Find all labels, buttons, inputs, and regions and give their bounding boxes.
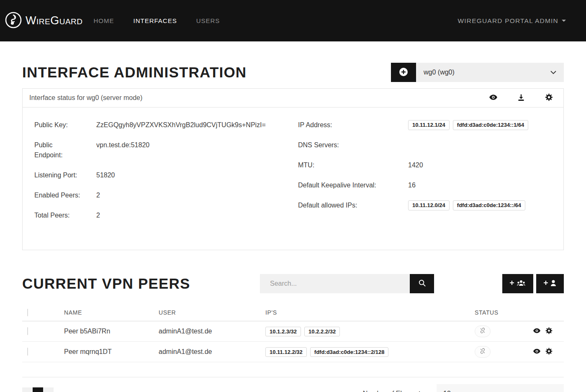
- gear-icon: [545, 327, 553, 336]
- field-label: IP Address:: [298, 120, 408, 130]
- caret-down-icon: [562, 20, 566, 22]
- row-checkbox[interactable]: [27, 348, 28, 356]
- download-icon: [517, 93, 525, 103]
- field-value: vpn.test.de:51820: [96, 140, 149, 160]
- ip-badge: 10.11.12.1/24: [408, 120, 450, 130]
- ip-badge: 10.2.2.2/32: [304, 327, 340, 336]
- peer-user: adminA1@test.de: [159, 348, 265, 356]
- page-size-control: Number of Elements: 10: [363, 384, 564, 392]
- link-slash-icon: [479, 327, 486, 336]
- chevron-down-icon: [551, 390, 557, 392]
- peer-name: Peer b5ABi7Rn: [64, 328, 159, 335]
- field-label: DNS Servers:: [298, 140, 408, 150]
- field-mtu: MTU: 1420: [298, 160, 552, 170]
- peer-settings-button[interactable]: [545, 327, 553, 336]
- interface-status-card: Interface status for wg0 (server mode): [22, 88, 564, 250]
- user-menu-label: WIREGUARD PORTAL ADMIN: [457, 17, 558, 25]
- ip-badge: 10.11.12.2/32: [265, 347, 307, 357]
- card-header: Interface status for wg0 (server mode): [23, 89, 563, 108]
- field-label: Total Peers:: [34, 210, 80, 220]
- interface-select-value: wg0 (wg0): [424, 69, 455, 76]
- view-config-button[interactable]: [489, 93, 498, 103]
- gear-icon: [545, 347, 553, 356]
- field-public-endpoint: Public Endpoint: vpn.test.de:51820: [34, 140, 288, 160]
- field-value: 2: [96, 210, 100, 220]
- column-header-ips: IP'S: [265, 309, 475, 316]
- search-icon: [418, 279, 426, 288]
- main-nav: HOME INTERFACES USERS: [94, 17, 220, 24]
- page-size-value: 10: [443, 390, 451, 392]
- page-header: INTERFACE ADMINISTRATION wg0 (wg0): [22, 63, 564, 82]
- peer-ips: 10.11.12.2/32 fdfd:d3ad:c0de:1234::2/128: [265, 347, 475, 357]
- plus-circle-icon: [398, 67, 409, 78]
- field-keepalive: Default Keepalive Interval: 16: [298, 180, 552, 190]
- pagination-prev-button[interactable]: «: [22, 387, 33, 392]
- peer-ips: 10.1.2.3/32 10.2.2.2/32: [265, 327, 475, 336]
- table-row: Peer b5ABi7Rn adminA1@test.de 10.1.2.3/3…: [22, 321, 564, 342]
- field-value: 2: [96, 190, 100, 200]
- pagination-page-1-button[interactable]: 1: [33, 387, 43, 392]
- divider: [22, 377, 564, 377]
- page-title: INTERFACE ADMINISTRATION: [22, 64, 247, 81]
- ip-badge: fdfd:d3ad:c0de:1234::1/64: [453, 120, 528, 130]
- brand-name: WireGuard: [26, 14, 83, 27]
- row-checkbox[interactable]: [27, 327, 28, 335]
- nav-item-interfaces[interactable]: INTERFACES: [134, 17, 177, 24]
- nav-item-users[interactable]: USERS: [196, 17, 220, 24]
- view-peer-button[interactable]: [533, 347, 541, 356]
- field-value: ZzEGQgyh8yVPZXVKSXhVrgB2lud9CVjTUGk9s+NP…: [96, 120, 266, 130]
- field-value: 1420: [408, 160, 423, 170]
- brand-logo[interactable]: WireGuard: [5, 12, 83, 30]
- download-config-button[interactable]: [517, 93, 525, 103]
- row-actions: [525, 347, 564, 356]
- peers-header: CURRENT VPN PEERS: [22, 274, 564, 293]
- user-menu-dropdown[interactable]: WIREGUARD PORTAL ADMIN: [457, 17, 566, 25]
- wireguard-dragon-icon: [5, 12, 22, 30]
- field-enabled-peers: Enabled Peers: 2: [34, 190, 288, 200]
- footer-row: « 1 » Number of Elements: 10: [22, 384, 564, 392]
- ip-badge: fdfd:d3ad:c0de:1234::/64: [453, 200, 525, 210]
- status-left-column: Public Key: ZzEGQgyh8yVPZXVKSXhVrgB2lud9…: [34, 120, 288, 231]
- add-interface-button[interactable]: [391, 63, 416, 82]
- eye-icon: [489, 93, 498, 103]
- ip-badge: 10.11.12.0/24: [408, 200, 450, 210]
- link-slash-icon: [479, 348, 486, 356]
- status-right-column: IP Address: 10.11.12.1/24 fdfd:d3ad:c0de…: [298, 120, 552, 231]
- ip-badge: 10.1.2.3/32: [265, 327, 301, 336]
- peer-user: adminA1@test.de: [159, 328, 265, 335]
- eye-icon: [533, 327, 541, 336]
- top-navbar: WireGuard HOME INTERFACES USERS WIREGUAR…: [0, 0, 586, 41]
- field-label: MTU:: [298, 160, 408, 170]
- page-size-label: Number of Elements:: [363, 390, 426, 392]
- search-button[interactable]: [410, 274, 434, 293]
- user-group-plus-icon: [509, 279, 527, 289]
- table-row: Peer mqrnq1DT adminA1@test.de 10.11.12.2…: [22, 342, 564, 362]
- interface-settings-button[interactable]: [545, 93, 553, 103]
- field-ip-address: IP Address: 10.11.12.1/24 fdfd:d3ad:c0de…: [298, 120, 552, 130]
- user-plus-icon: [543, 279, 557, 289]
- add-peer-button[interactable]: [536, 274, 564, 293]
- peers-section-title: CURRENT VPN PEERS: [22, 275, 190, 292]
- select-all-checkbox[interactable]: [27, 309, 28, 316]
- add-multiple-peers-button[interactable]: [502, 274, 533, 293]
- interface-select[interactable]: wg0 (wg0): [416, 63, 564, 82]
- field-label: Default Keepalive Interval:: [298, 180, 408, 190]
- pagination-next-button[interactable]: »: [43, 387, 54, 392]
- view-peer-button[interactable]: [533, 327, 541, 336]
- field-public-key: Public Key: ZzEGQgyh8yVPZXVKSXhVrgB2lud9…: [34, 120, 288, 130]
- field-label: Public Endpoint:: [34, 140, 80, 160]
- peer-settings-button[interactable]: [545, 347, 553, 356]
- column-header-status: STATUS: [475, 309, 525, 316]
- row-actions: [525, 327, 564, 336]
- ip-badge: fdfd:d3ad:c0de:1234::2/128: [310, 347, 389, 357]
- field-allowed-ips: Default allowed IPs: 10.11.12.0/24 fdfd:…: [298, 200, 552, 210]
- nav-item-home[interactable]: HOME: [94, 17, 114, 24]
- field-listening-port: Listening Port: 51820: [34, 170, 288, 180]
- card-body: Public Key: ZzEGQgyh8yVPZXVKSXhVrgB2lud9…: [23, 108, 563, 250]
- search-input[interactable]: [260, 274, 410, 293]
- field-dns-servers: DNS Servers:: [298, 140, 552, 150]
- ip-badges: 10.11.12.0/24 fdfd:d3ad:c0de:1234::/64: [408, 200, 525, 210]
- field-label: Public Key:: [34, 120, 80, 130]
- card-title: Interface status for wg0 (server mode): [29, 94, 142, 102]
- page-size-select[interactable]: 10: [437, 384, 564, 392]
